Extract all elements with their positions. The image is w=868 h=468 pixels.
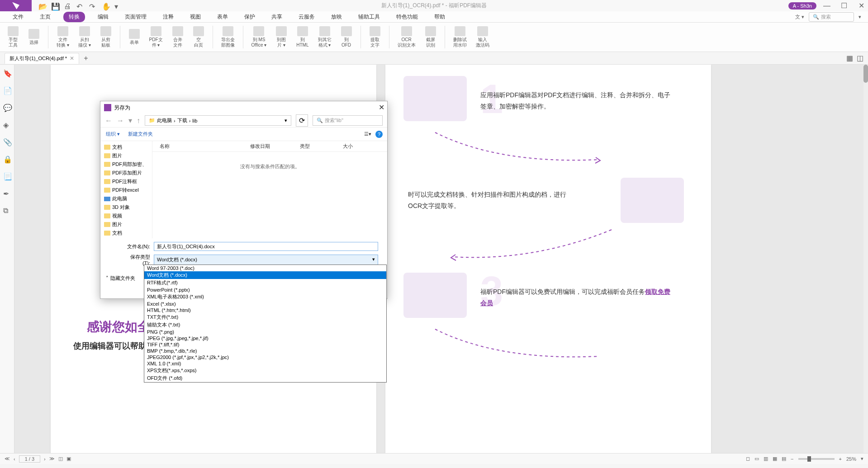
page-info[interactable]: 1 / 3 xyxy=(19,455,40,463)
view-mode-3[interactable]: ▥ xyxy=(764,456,768,462)
dropdown-option[interactable]: PowerPoint (*.pptx) xyxy=(144,287,386,293)
hand-icon[interactable]: ✋ xyxy=(102,2,109,9)
menu-features[interactable]: 特色功能 xyxy=(393,12,422,22)
tab-close-icon[interactable]: ✕ xyxy=(70,55,74,61)
document-tab[interactable]: 新人引导(1)_OCR(4).pdf * ✕ xyxy=(5,53,79,64)
tree-item[interactable]: 下载 xyxy=(102,237,150,238)
ribbon-button-13[interactable]: 到其它 格式 ▾ xyxy=(315,25,334,49)
dropdown-option[interactable]: JPEG2000 (*.jpf,*.jpx,*.jp2,*.j2k,*.jpc) xyxy=(144,354,386,360)
organize-button[interactable]: 组织 ▾ xyxy=(106,131,120,137)
col-size[interactable]: 大小 xyxy=(343,143,370,150)
view-mode-2[interactable]: ▭ xyxy=(754,456,759,462)
help-icon[interactable]: ? xyxy=(375,131,383,138)
layout-icon-1[interactable]: ◫ xyxy=(58,456,63,462)
first-page-icon[interactable]: ≪ xyxy=(5,456,10,462)
maximize-button[interactable]: ☐ xyxy=(837,0,851,11)
close-button[interactable]: ✕ xyxy=(854,0,868,11)
dropdown-option[interactable]: OFD文件 (*.ofd) xyxy=(144,374,386,382)
menu-file[interactable]: 文件 xyxy=(9,12,27,22)
ribbon-button-7[interactable]: 合并 文件 xyxy=(169,25,186,49)
vertical-scrollbar[interactable] xyxy=(863,65,868,453)
ribbon-button-8[interactable]: 空 白页 xyxy=(190,25,207,49)
filetype-dropdown[interactable]: Word 97-2003 (*.doc)Word文档 (*.docx)RTF格式… xyxy=(144,265,387,383)
tree-item[interactable]: PDF注释框 xyxy=(102,177,150,186)
tree-item[interactable]: 文档 xyxy=(102,143,150,151)
dropdown-option[interactable]: BMP (*.bmp,*.dib,*.rle) xyxy=(144,348,386,354)
panel-icon[interactable]: ◫ xyxy=(857,54,863,62)
breadcrumb[interactable]: 📁 此电脑› 下载› lib ▾ xyxy=(145,115,291,126)
zoom-dropdown-icon[interactable]: ▾ xyxy=(861,456,863,462)
ribbon-button-9[interactable]: 导出全 部图像 xyxy=(218,25,237,49)
menu-edit[interactable]: 编辑 xyxy=(94,12,112,22)
dropdown-option[interactable]: XML电子表格2003 (*.xml) xyxy=(144,293,386,301)
tree-item[interactable]: PDF局部加密、 xyxy=(102,160,150,169)
new-folder-button[interactable]: 新建文件夹 xyxy=(128,131,153,137)
menu-aux[interactable]: 辅助工具 xyxy=(355,12,384,22)
col-date[interactable]: 修改日期 xyxy=(250,143,300,150)
breadcrumb-dropdown-icon[interactable]: ▾ xyxy=(285,118,287,123)
col-type[interactable]: 类型 xyxy=(300,143,343,150)
ribbon-button-3[interactable]: 从扫 描仪 ▾ xyxy=(76,25,94,49)
ribbon-button-1[interactable]: 选择 xyxy=(25,28,43,46)
tree-item[interactable]: PDF添加图片 xyxy=(102,169,150,177)
zoom-slider[interactable] xyxy=(798,458,835,460)
menu-annotate[interactable]: 注释 xyxy=(159,12,177,22)
scrollbar-thumb[interactable] xyxy=(863,65,868,83)
layers-icon[interactable]: ◈ xyxy=(3,121,11,129)
save-icon[interactable]: 💾 xyxy=(51,2,58,9)
ribbon-button-4[interactable]: 从剪 贴板 xyxy=(97,25,114,49)
dropdown-option[interactable]: TXT文件(*.txt) xyxy=(144,313,386,321)
prev-page-icon[interactable]: ‹ xyxy=(14,456,15,462)
dropdown-option[interactable]: JPEG (*.jpg,*.jpeg,*.jpe,*.jif) xyxy=(144,335,386,341)
ribbon-button-14[interactable]: 到 OFD xyxy=(338,25,355,49)
pages-icon[interactable]: 📄 xyxy=(3,86,11,95)
menu-page[interactable]: 页面管理 xyxy=(121,12,150,22)
ribbon-button-16[interactable]: OCR 识别文本 xyxy=(395,25,418,49)
new-tab-button[interactable]: + xyxy=(84,54,88,62)
tree-item[interactable]: 视频 xyxy=(102,212,150,220)
menu-share[interactable]: 共享 xyxy=(268,12,286,22)
collapse-ribbon-icon[interactable]: ▾ xyxy=(859,14,861,20)
print-icon[interactable]: 🖨 xyxy=(64,2,71,9)
file-icon[interactable]: 📃 xyxy=(3,172,11,180)
dropdown-option[interactable]: Excel (*.xlsx) xyxy=(144,301,386,307)
alt-text-icon[interactable]: 文 ▾ xyxy=(795,14,804,20)
view-mode-5[interactable]: ▤ xyxy=(782,456,786,462)
nav-up-icon[interactable]: ↑ xyxy=(137,117,140,125)
compare-icon[interactable]: ⧉ xyxy=(3,207,11,215)
menu-play[interactable]: 放映 xyxy=(327,12,346,22)
file-list[interactable]: 名称 修改日期 类型 大小 没有与搜索条件匹配的项。 xyxy=(152,141,387,238)
filetype-select[interactable]: Word文档 (*.docx) ▾ xyxy=(154,255,378,265)
menu-form[interactable]: 表单 xyxy=(213,12,232,22)
ribbon-button-0[interactable]: 手型 工具 xyxy=(5,25,22,49)
dropdown-option[interactable]: HTML (*.htm;*.html) xyxy=(144,307,386,313)
hide-folders-toggle[interactable]: ˄ 隐藏文件夹 xyxy=(106,275,135,282)
refresh-icon[interactable]: ⟳ xyxy=(296,114,308,127)
user-badge[interactable]: A - Sh3n xyxy=(788,2,816,9)
nav-forward-icon[interactable]: → xyxy=(117,117,124,125)
tree-item[interactable]: PDF转excel xyxy=(102,186,150,194)
nav-back-icon[interactable]: ← xyxy=(105,117,112,125)
dropdown-option[interactable]: XML 1.0 (*.xml) xyxy=(144,360,386,367)
view-mode-4[interactable]: ▦ xyxy=(773,456,777,462)
undo-icon[interactable]: ↶ xyxy=(76,2,84,9)
zoom-out-icon[interactable]: − xyxy=(791,456,793,462)
ribbon-button-18[interactable]: 删除试 用水印 xyxy=(451,25,470,49)
layout-icon-2[interactable]: ▣ xyxy=(66,456,71,462)
dropdown-option[interactable]: Word 97-2003 (*.doc) xyxy=(144,265,386,271)
dropdown-option[interactable]: XPS文档(*.xps,*.oxps) xyxy=(144,367,386,374)
attachment-icon[interactable]: 📎 xyxy=(3,138,11,146)
crumb-1[interactable]: 下载 xyxy=(177,117,187,124)
ribbon-button-11[interactable]: 到图 片 ▾ xyxy=(273,25,290,49)
dropdown-option[interactable]: RTF格式(*.rtf) xyxy=(144,279,386,287)
dialog-close-button[interactable]: ✕ xyxy=(379,103,384,112)
menu-cloud[interactable]: 云服务 xyxy=(295,12,318,22)
search-box[interactable]: 🔍 搜索 xyxy=(809,12,854,22)
ribbon-button-12[interactable]: 到 HTML xyxy=(294,25,311,49)
qat-dropdown-icon[interactable]: ▾ xyxy=(114,2,122,9)
filename-input[interactable] xyxy=(154,242,378,251)
dropdown-option[interactable]: 辅助文本 (*.txt) xyxy=(144,321,386,329)
zoom-in-icon[interactable]: + xyxy=(839,456,842,462)
crumb-2[interactable]: lib xyxy=(192,118,197,123)
menu-protect[interactable]: 保护 xyxy=(241,12,259,22)
